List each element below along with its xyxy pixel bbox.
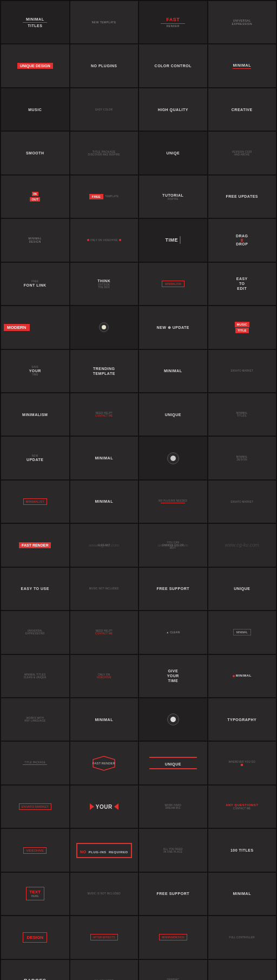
cell-42: MINIMAL [70,437,138,479]
cell-5: UNIQUE DESIGN [1,44,69,87]
cell-67 [139,698,207,741]
cell-61: MINIMAL TITLES CLEAN & UNIQUE [1,655,69,697]
cell-83: FREE SUPPORT [139,873,207,915]
cell-18: FREE TEMPLATE [70,176,138,218]
cell-64: MINIMAL [208,655,276,697]
cell-16: VERSION CSS5 AND ABOVE [208,132,276,174]
cell-41: NEW UPDATE [1,437,69,479]
cell-40: MINIMAL TITLES. [208,393,276,436]
cell-74: YOUR [70,786,138,828]
cell-55: FREE SUPPORT [139,568,207,610]
cell-59: ▲ CLEAN [139,611,207,653]
cell-92: ENVATO MARKET [208,960,276,980]
cell-46: MINIMAL [70,481,138,523]
cell-11: HIGH QUALITY [139,88,207,131]
cell-29: MODERN [1,306,69,348]
cell-12: CREATIVE [208,88,276,131]
cell-38: NEED HELP? CONTACT ME [70,393,138,436]
cell-82: MUSIC IS NOT INCLUDED [70,873,138,915]
cell-8: MINIMAL [208,44,276,87]
cell-78: NO PLUG-INS REQUIRED [70,829,138,871]
cell-87: MINIMUMDESIGN [139,916,207,958]
cell-13: SMOOTH [1,132,69,174]
cell-90: ALL YOU NEED [70,960,138,980]
cell-71: UNIQUE [139,742,207,784]
main-grid: MINIMAL TITLES NEW TEMPLATE FAST RENDER … [0,0,277,980]
cell-23: TIME [139,219,207,261]
cell-27: MINIMALISM [139,263,207,305]
cell-85: DESIGN [1,916,69,958]
cell-50: ELEGANT www.cg-ku.com [70,524,138,566]
cell-80: 100 TITLES [208,829,276,871]
cell-73: ENVATO MARKET [1,786,69,828]
cell-89: BADGES [1,960,69,980]
cell-52-group: www.cg-ku.com [208,524,276,566]
cell-75: WORK HARD DREAM BIG [139,786,207,828]
svg-text:FAST RENDER: FAST RENDER [93,762,116,765]
cell-43 [139,437,207,479]
cell-70: FAST RENDER [70,742,138,784]
cell-77: VIDEOHIVE [1,829,69,871]
cell-34: TRENDING TEMPLATE [70,350,138,392]
cell-7: COLOR CONTROL [139,44,207,87]
cell-48: ENVATO MARKET [208,481,276,523]
cell-47: NO PLUGINS NEEDED [139,481,207,523]
cell-81: TEXT HERE [1,873,69,915]
cell-21: MINIMAL DESIGN [1,219,69,261]
cell-39: UNIQUE [139,393,207,436]
cell-15: UNIQE [139,132,207,174]
cell-24: DRAG ▓ DROP [208,219,276,261]
cell-20: FREE UPDATES [208,176,276,218]
cell-44: MINIMAL DESIGN [208,437,276,479]
cell-79: ALL YOU NEED IN ONE PLACE [139,829,207,871]
cell-84: MINIMAL [208,873,276,915]
cell-25: FREE FONT LINK [1,263,69,305]
cell-2: NEW TEMPLATE [70,1,138,43]
cell-31: NEW ⊕ UPDATE [139,306,207,348]
cell-76: ANY QUESTIONS? CONTACT ME [208,786,276,828]
cell-28: EASY TO EDIT [208,263,276,305]
cell-4: UNIVERSAL EXPRESSION [208,1,276,43]
cell-37: MINIMALISM [1,393,69,436]
cell-45: MINIMALIST [1,481,69,523]
cell-66: MINIMAL [70,698,138,741]
cell-69: TITLE PACKAGE [1,742,69,784]
cell-54: MUSIC NOT INCLUDED [70,568,138,610]
cell-30 [70,306,138,348]
cell-86: AFTER EFFECTS [70,916,138,958]
cell-88: FULL CONTROLLER [208,916,276,958]
cell-35: MINIMAL [139,350,207,392]
cell-3: FAST RENDER [139,1,207,43]
cell-68: TYPOGRAPHY [208,698,276,741]
cell-51: YOU CAN CHANGE COLOR EDIT www.cg-ku.com [139,524,207,566]
cell-22: ONLY ON VIDEOHIVE [70,219,138,261]
cell-10: EASY COLOR [70,88,138,131]
cell-14: Title Package discover and inspire [70,132,138,174]
cell-57: UNIVERSAL EXPRESSIONS [1,611,69,653]
cell-58: NEED HELP? CONTACT ME [70,611,138,653]
cell-9: MUSIC [1,88,69,131]
cell-49: FAST RENDER www.cg-ku.com [1,524,69,566]
cell-53: EASY TO USE [1,568,69,610]
cell-91: GRAPHIC DESIGN [139,960,207,980]
cell-17: IN OUT [1,176,69,218]
cell-56: UNIQUE [208,568,276,610]
cell-60: MINIMAL [208,611,276,653]
cell-1: MINIMAL TITLES [1,1,69,43]
cell-19: TUTORIAL INSPIRE [139,176,207,218]
cell-65: WORKS WITH ANY LANGUAGE [1,698,69,741]
cell-32: MUSIC TITLE [208,306,276,348]
cell-36: ENVATO MARKET [208,350,276,392]
cell-26: THINK OUTSIDE THE BOX [70,263,138,305]
cell-33: SAVE YOUR TIME [1,350,69,392]
cell-63: GIVE YOUR TIME [139,655,207,697]
cell-6: NO PLUGINS [70,44,138,87]
cell-72: WHEREVER YOU GO [208,742,276,784]
cell-62: ONLY ON VIDEOHIVE [70,655,138,697]
